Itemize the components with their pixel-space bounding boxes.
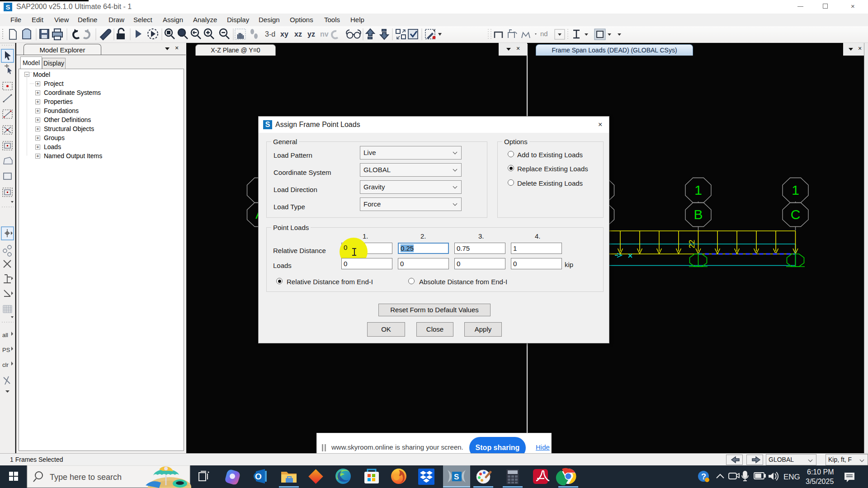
- svg-text:nv: nv: [320, 30, 329, 38]
- svg-text:22: 22: [688, 240, 696, 249]
- svg-text:3-d: 3-d: [265, 30, 275, 38]
- svg-text:clr: clr: [2, 361, 9, 368]
- svg-text:S: S: [454, 473, 459, 481]
- svg-text:1: 1: [694, 183, 702, 197]
- svg-text:C: C: [791, 207, 801, 222]
- svg-text:6:10 PM: 6:10 PM: [807, 468, 834, 476]
- svg-text:3/5/2025: 3/5/2025: [806, 478, 834, 485]
- svg-text:xz: xz: [294, 30, 302, 38]
- svg-text:Type here to search: Type here to search: [50, 473, 122, 482]
- svg-text:PS: PS: [2, 347, 10, 353]
- svg-text:yz: yz: [307, 30, 315, 38]
- svg-text:1: 1: [792, 183, 799, 197]
- svg-text:ENG: ENG: [783, 473, 800, 481]
- svg-text:all: all: [2, 332, 8, 338]
- svg-text:B: B: [693, 207, 703, 222]
- svg-text:nd: nd: [540, 30, 548, 38]
- svg-text:xy: xy: [280, 30, 288, 38]
- svg-text:O: O: [255, 472, 262, 481]
